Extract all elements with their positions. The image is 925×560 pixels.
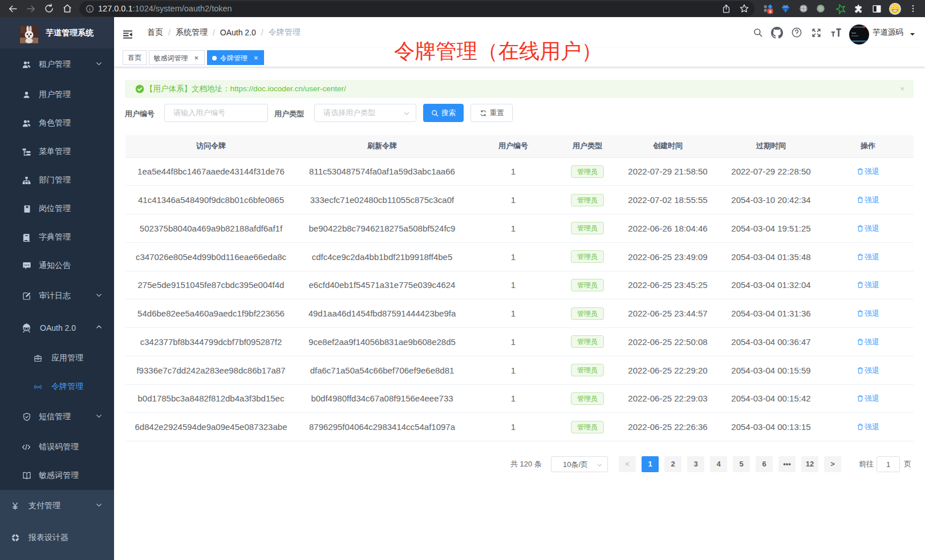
svg-text:9: 9 (769, 9, 771, 14)
